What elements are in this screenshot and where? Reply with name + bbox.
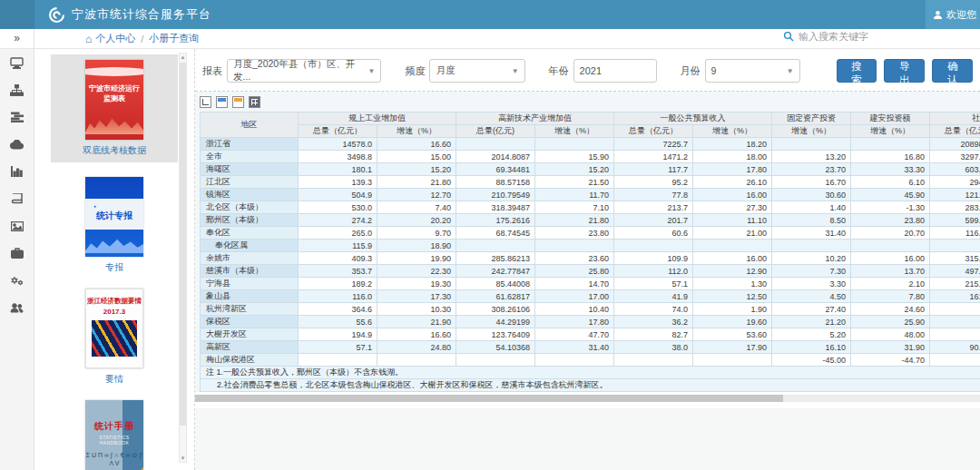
table-cell: 161.6531 — [930, 290, 980, 303]
table-cell: 25.90 — [851, 316, 930, 328]
table-cell: 2.10 — [851, 278, 930, 290]
table-cell: 2014.8087 — [456, 151, 535, 163]
table-cell: 19.90 — [377, 252, 456, 265]
horizontal-scrollbar[interactable] — [195, 395, 980, 402]
table-cell: 109.9 — [614, 252, 693, 265]
table-cell: 11.70 — [535, 189, 614, 201]
chevron-down-icon: ▼ — [781, 67, 794, 75]
scroll-down-arrow[interactable]: ▼ — [180, 455, 186, 461]
booklet-cover: 浙江经济数据要情 2017.3 — [85, 289, 143, 368]
user-menu[interactable]: 欢迎您 — [926, 0, 980, 29]
grid-view-icon[interactable] — [249, 96, 260, 108]
column-subheader: 增速（%） — [693, 125, 772, 138]
table-cell: 1471.2 — [614, 151, 693, 163]
table-cell: 21.90 — [377, 316, 456, 328]
table-cell — [693, 354, 772, 367]
breadcrumb-current: 小册子查询 — [149, 32, 199, 45]
table-cell: 12.90 — [693, 265, 772, 278]
bar-chart-icon[interactable] — [0, 158, 34, 185]
monitor-icon[interactable] — [0, 49, 34, 76]
table-row: 保税区55.621.9044.2919917.8036.219.6021.202… — [201, 316, 980, 328]
table-cell: 117.7 — [614, 163, 693, 176]
booklet-item-special-report[interactable]: ◔ 统计专报 专报 — [51, 177, 178, 274]
image-icon[interactable] — [0, 212, 34, 240]
booklet-item-briefing[interactable]: 浙江经济数据要情 2017.3 要情 — [51, 289, 178, 386]
frequency-select[interactable]: 月度▼ — [429, 59, 524, 83]
table-cell: 285.86213 — [456, 252, 535, 265]
table-cell: 18.90 — [377, 240, 456, 252]
region-cell: 杭州湾新区 — [201, 303, 299, 316]
column-subheader: 总量（亿元） — [614, 125, 693, 138]
user-greeting: 欢迎您 — [946, 8, 976, 22]
search-button[interactable]: 搜索 — [837, 59, 877, 83]
table-row: 全市3498.815.002014.808715.901471.218.0013… — [201, 151, 980, 163]
region-cell: 象山县 — [201, 290, 299, 303]
search-icon[interactable] — [783, 31, 794, 42]
fullscreen-icon[interactable] — [200, 96, 211, 108]
table-cell — [851, 138, 930, 151]
table-cell: 24.80 — [377, 341, 456, 354]
export-button[interactable]: 导出 — [884, 59, 925, 83]
table-cell: 31.40 — [772, 227, 851, 240]
month-select[interactable]: 9▼ — [705, 59, 800, 83]
region-cell: 北仑区（本级） — [201, 201, 299, 214]
table-cell: 11.10 — [693, 214, 772, 227]
column-header-region: 地区 — [201, 113, 299, 138]
table-cell: 82.7 — [614, 328, 693, 341]
table-cell: 26.10 — [693, 176, 772, 189]
confirm-button[interactable]: 确认 — [932, 59, 973, 83]
table-cell: 10.20 — [772, 252, 851, 265]
scrollbar-thumb[interactable] — [180, 63, 186, 426]
region-cell: 宁海县 — [201, 278, 299, 290]
breadcrumb-home-link[interactable]: 个人中心 — [95, 32, 135, 45]
table-cell — [614, 240, 693, 252]
table-cell: 25.80 — [535, 265, 614, 278]
list-icon[interactable] — [0, 103, 34, 131]
table-row: 奉化区属115.918.90 — [201, 240, 980, 252]
booklet-scrollbar[interactable]: ▲ ▼ — [179, 53, 187, 463]
swirl-logo-icon — [49, 7, 64, 23]
region-cell: 奉化区属 — [201, 240, 299, 252]
cloud-icon[interactable] — [0, 131, 34, 158]
scroll-up-arrow[interactable]: ▲ — [180, 54, 186, 60]
sitemap-icon[interactable] — [0, 76, 34, 103]
scrollbar-thumb[interactable] — [195, 395, 783, 402]
table-cell — [930, 354, 980, 367]
table-cell: 36.2 — [614, 316, 693, 328]
table-cell: 18.20 — [693, 138, 772, 151]
table-cell: 55.6 — [299, 316, 377, 328]
year-input[interactable] — [573, 59, 657, 83]
region-cell: 浙江省 — [201, 138, 299, 151]
table-cell — [456, 240, 535, 252]
region-cell: 高新区 — [201, 341, 299, 354]
region-cell: 大榭开发区 — [201, 328, 299, 341]
booklet-item-ranking[interactable]: 统计手册 STATISTICS HANDBOOK Σ U Π ∞ ∫ ∩ € ∞… — [51, 400, 178, 470]
table-cell: 504.9 — [299, 189, 377, 201]
book-icon[interactable] — [0, 185, 34, 212]
table-cell — [772, 240, 851, 252]
table-cell: 14578.0 — [299, 138, 377, 151]
cover-title: 统计手册 — [85, 420, 143, 433]
briefcase-icon[interactable] — [0, 240, 34, 267]
search-input[interactable] — [799, 31, 916, 42]
table-cell: 57.1 — [614, 278, 693, 290]
grid-toolbar — [200, 94, 980, 109]
table-cell: 353.7 — [299, 265, 377, 278]
column-subheader: 增速（%） — [772, 125, 851, 138]
table-cell: 5.20 — [772, 328, 851, 341]
table-export-icon[interactable] — [216, 96, 228, 108]
collapse-icon[interactable]: » — [0, 29, 34, 49]
column-subheader: 增速（%） — [535, 125, 614, 138]
table-cell: 47.70 — [535, 328, 614, 341]
table-style-icon[interactable] — [232, 96, 244, 108]
table-cell — [693, 240, 772, 252]
booklet-item-monitor[interactable]: 宁波市经济运行监测表 双底线考核数据 — [51, 54, 178, 162]
users-icon[interactable] — [0, 294, 34, 321]
table-cell: 16.80 — [851, 151, 930, 163]
table-cell: 23.80 — [535, 227, 614, 240]
report-select[interactable]: 月度_2020年县（市）区、开发...▼ — [227, 59, 381, 83]
settings-icon[interactable] — [0, 267, 34, 294]
table-cell — [535, 240, 614, 252]
table-cell: 14.70 — [535, 278, 614, 290]
table-cell — [614, 354, 693, 367]
